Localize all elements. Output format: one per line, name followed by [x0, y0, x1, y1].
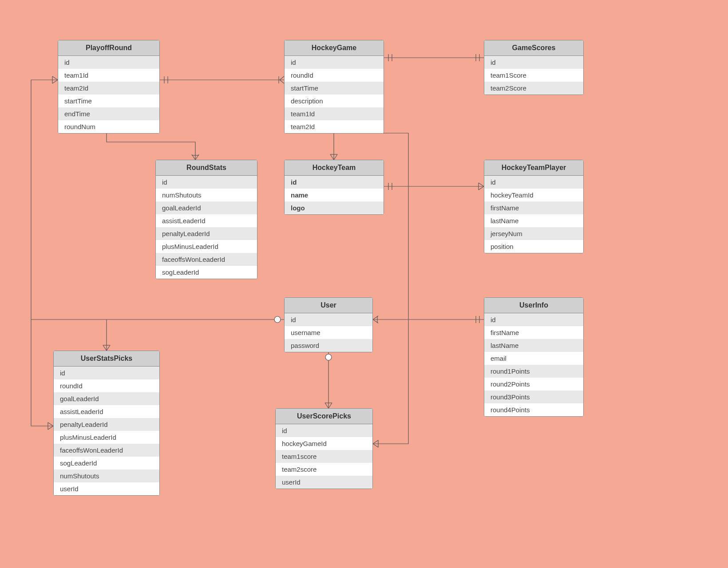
field: team1Score	[484, 69, 583, 82]
field: logo	[285, 201, 384, 214]
field: roundId	[285, 69, 384, 82]
entity-hockey-team-player: HockeyTeamPlayer id hockeyTeamId firstNa…	[484, 160, 584, 253]
svg-line-34	[48, 422, 53, 426]
svg-line-37	[373, 316, 378, 320]
field: id	[156, 176, 257, 189]
entity-round-stats: RoundStats id numShutouts goalLeaderId a…	[155, 160, 257, 279]
field: plusMinusLeaderId	[54, 431, 159, 444]
field: faceoffsWonLeaderId	[156, 253, 257, 266]
entity-user-stats-picks: UserStatsPicks id roundId goalLeaderId a…	[53, 351, 160, 496]
field: id	[285, 56, 384, 69]
field: round2Points	[484, 378, 583, 390]
field: round3Points	[484, 390, 583, 403]
entity-title: UserInfo	[484, 298, 583, 313]
field: id	[484, 313, 583, 326]
svg-line-14	[195, 154, 199, 160]
entity-user: User id username password	[284, 297, 373, 352]
field: id	[484, 176, 583, 189]
field: id	[58, 56, 159, 69]
field: id	[285, 176, 384, 189]
field: sogLeaderId	[54, 457, 159, 469]
entity-title: RoundStats	[156, 160, 257, 176]
field: goalLeaderId	[54, 392, 159, 405]
field: numShutouts	[156, 189, 257, 201]
field: penaltyLeaderId	[54, 418, 159, 431]
svg-line-35	[48, 426, 53, 430]
svg-line-47	[373, 444, 378, 447]
svg-line-3	[280, 80, 284, 83]
field: lastName	[484, 214, 583, 227]
svg-line-13	[192, 154, 195, 160]
entity-title: UserScorePicks	[276, 409, 372, 424]
field: numShutouts	[54, 469, 159, 482]
field: team1Id	[58, 69, 159, 82]
field: position	[484, 240, 583, 253]
field: round1Points	[484, 365, 583, 378]
field: password	[285, 339, 372, 352]
field: plusMinusLeaderId	[156, 240, 257, 253]
field: firstName	[484, 201, 583, 214]
svg-line-28	[52, 76, 58, 80]
field: email	[484, 352, 583, 365]
field: assistLeaderId	[156, 214, 257, 227]
field: penaltyLeaderId	[156, 227, 257, 240]
field: userId	[276, 476, 372, 489]
field: team2Id	[58, 82, 159, 95]
svg-line-20	[334, 154, 337, 160]
field: id	[285, 313, 372, 326]
field: team1score	[276, 450, 372, 463]
svg-line-46	[373, 440, 378, 444]
entity-game-scores: GameScores id team1Score team2Score	[484, 40, 584, 95]
field: roundNum	[58, 120, 159, 133]
field: hockeyTeamId	[484, 189, 583, 201]
field: startTime	[58, 95, 159, 107]
field: username	[285, 326, 372, 339]
entity-user-info: UserInfo id firstName lastName email rou…	[484, 297, 584, 417]
field: team2score	[276, 463, 372, 476]
field: assistLeaderId	[54, 405, 159, 418]
field: id	[54, 367, 159, 379]
entity-title: GameScores	[484, 40, 583, 56]
svg-line-38	[373, 320, 378, 323]
entity-title: User	[285, 298, 372, 313]
field: id	[276, 424, 372, 437]
entity-fields: id team1Id team2Id startTime endTime rou…	[58, 56, 159, 133]
entity-hockey-game: HockeyGame id roundId startTime descript…	[284, 40, 384, 134]
field: name	[285, 189, 384, 201]
svg-point-26	[274, 316, 281, 323]
field: roundId	[54, 379, 159, 392]
svg-line-25	[479, 186, 484, 190]
field: hockeyGameId	[276, 437, 372, 450]
field: id	[484, 56, 583, 69]
svg-line-19	[330, 154, 334, 160]
field: firstName	[484, 326, 583, 339]
entity-user-score-picks: UserScorePicks id hockeyGameId team1scor…	[275, 408, 373, 489]
field: round4Points	[484, 403, 583, 416]
entity-playoff-round: PlayoffRound id team1Id team2Id startTim…	[58, 40, 160, 134]
entity-title: PlayoffRound	[58, 40, 159, 56]
field: team2Id	[285, 120, 384, 133]
field: goalLeaderId	[156, 201, 257, 214]
field: startTime	[285, 82, 384, 95]
field: endTime	[58, 107, 159, 120]
svg-line-31	[103, 345, 107, 351]
field: userId	[54, 482, 159, 495]
svg-line-2	[280, 76, 284, 80]
entity-title: HockeyTeamPlayer	[484, 160, 583, 176]
field: jerseyNum	[484, 227, 583, 240]
field: description	[285, 95, 384, 107]
entity-title: HockeyTeam	[285, 160, 384, 176]
entity-title: HockeyGame	[285, 40, 384, 56]
field: sogLeaderId	[156, 266, 257, 279]
svg-line-32	[107, 345, 110, 351]
entity-title: UserStatsPicks	[54, 351, 159, 367]
svg-line-29	[52, 80, 58, 83]
svg-point-41	[325, 354, 332, 360]
svg-line-44	[328, 403, 332, 408]
field: team2Score	[484, 82, 583, 95]
field: lastName	[484, 339, 583, 352]
field: faceoffsWonLeaderId	[54, 444, 159, 457]
entity-hockey-team: HockeyTeam id name logo	[284, 160, 384, 215]
svg-line-24	[479, 183, 484, 186]
field: team1Id	[285, 107, 384, 120]
